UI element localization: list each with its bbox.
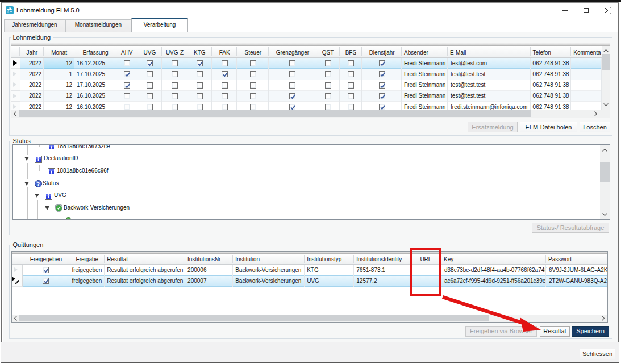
svg-text:?: ? xyxy=(37,181,40,187)
